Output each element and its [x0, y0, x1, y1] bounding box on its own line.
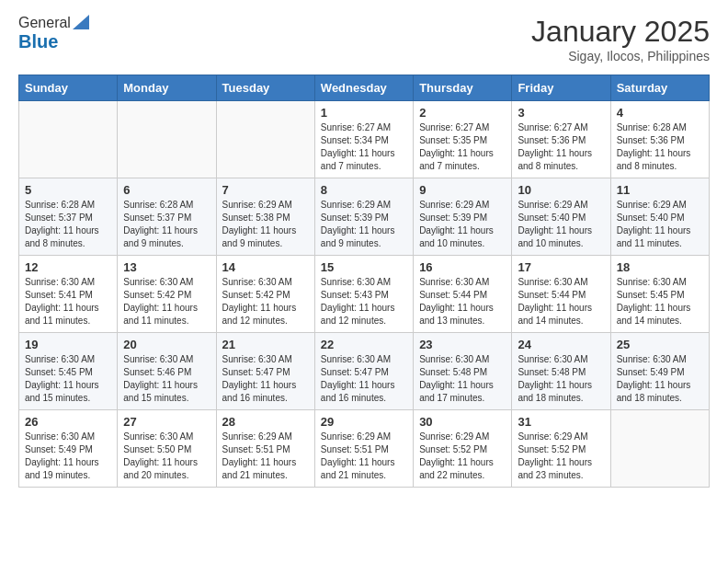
- logo-blue-text: Blue: [18, 31, 58, 52]
- calendar-header-tuesday: Tuesday: [216, 75, 314, 101]
- calendar-cell: [610, 410, 709, 488]
- calendar-header-wednesday: Wednesday: [314, 75, 413, 101]
- calendar-cell: 16Sunrise: 6:30 AMSunset: 5:44 PMDayligh…: [414, 256, 512, 333]
- day-info: Sunrise: 6:27 AMSunset: 5:36 PMDaylight:…: [518, 121, 604, 173]
- day-number: 1: [321, 106, 407, 120]
- day-number: 13: [123, 260, 210, 274]
- day-number: 31: [518, 415, 604, 429]
- calendar-cell: 29Sunrise: 6:29 AMSunset: 5:51 PMDayligh…: [314, 410, 413, 488]
- day-number: 5: [25, 183, 111, 197]
- day-info: Sunrise: 6:29 AMSunset: 5:52 PMDaylight:…: [518, 431, 604, 482]
- day-number: 2: [419, 106, 506, 120]
- day-info: Sunrise: 6:29 AMSunset: 5:40 PMDaylight:…: [617, 199, 703, 250]
- header: General Blue January 2025 Sigay, Ilocos,…: [18, 15, 710, 63]
- calendar-cell: 20Sunrise: 6:30 AMSunset: 5:46 PMDayligh…: [118, 333, 216, 410]
- day-number: 8: [321, 183, 407, 197]
- day-info: Sunrise: 6:30 AMSunset: 5:49 PMDaylight:…: [25, 431, 111, 482]
- title-block: January 2025 Sigay, Ilocos, Philippines: [531, 15, 710, 63]
- logo-triangle-icon: [73, 15, 89, 29]
- day-info: Sunrise: 6:30 AMSunset: 5:42 PMDaylight:…: [222, 276, 309, 327]
- day-info: Sunrise: 6:28 AMSunset: 5:36 PMDaylight:…: [617, 121, 703, 173]
- calendar-cell: 4Sunrise: 6:28 AMSunset: 5:36 PMDaylight…: [610, 101, 709, 178]
- calendar-cell: 3Sunrise: 6:27 AMSunset: 5:36 PMDaylight…: [512, 101, 610, 178]
- day-info: Sunrise: 6:29 AMSunset: 5:39 PMDaylight:…: [321, 199, 407, 250]
- logo-blue-label: Blue: [18, 31, 58, 52]
- day-info: Sunrise: 6:30 AMSunset: 5:47 PMDaylight:…: [321, 353, 407, 405]
- calendar-week-row: 1Sunrise: 6:27 AMSunset: 5:34 PMDaylight…: [19, 101, 710, 178]
- day-number: 24: [518, 338, 604, 351]
- calendar-cell: 30Sunrise: 6:29 AMSunset: 5:52 PMDayligh…: [414, 410, 512, 488]
- calendar-cell: 7Sunrise: 6:29 AMSunset: 5:38 PMDaylight…: [216, 178, 314, 256]
- day-number: 15: [321, 260, 407, 274]
- day-info: Sunrise: 6:30 AMSunset: 5:44 PMDaylight:…: [419, 276, 506, 327]
- day-info: Sunrise: 6:30 AMSunset: 5:47 PMDaylight:…: [222, 353, 309, 405]
- page-subtitle: Sigay, Ilocos, Philippines: [531, 49, 710, 63]
- calendar-header-friday: Friday: [512, 75, 610, 101]
- calendar-cell: 24Sunrise: 6:30 AMSunset: 5:48 PMDayligh…: [512, 333, 610, 410]
- calendar-cell: 26Sunrise: 6:30 AMSunset: 5:49 PMDayligh…: [19, 410, 118, 488]
- calendar-cell: 6Sunrise: 6:28 AMSunset: 5:37 PMDaylight…: [118, 178, 216, 256]
- day-info: Sunrise: 6:29 AMSunset: 5:51 PMDaylight:…: [321, 431, 407, 482]
- calendar-cell: 19Sunrise: 6:30 AMSunset: 5:45 PMDayligh…: [19, 333, 118, 410]
- page: General Blue January 2025 Sigay, Ilocos,…: [0, 0, 728, 563]
- day-info: Sunrise: 6:30 AMSunset: 5:46 PMDaylight:…: [123, 353, 210, 405]
- calendar-cell: 13Sunrise: 6:30 AMSunset: 5:42 PMDayligh…: [118, 256, 216, 333]
- calendar-table: SundayMondayTuesdayWednesdayThursdayFrid…: [18, 75, 710, 488]
- calendar-cell: 15Sunrise: 6:30 AMSunset: 5:43 PMDayligh…: [314, 256, 413, 333]
- day-number: 20: [123, 338, 210, 351]
- calendar-cell: 10Sunrise: 6:29 AMSunset: 5:40 PMDayligh…: [512, 178, 610, 256]
- page-title: January 2025: [531, 15, 710, 49]
- calendar-cell: 27Sunrise: 6:30 AMSunset: 5:50 PMDayligh…: [118, 410, 216, 488]
- calendar-header-row: SundayMondayTuesdayWednesdayThursdayFrid…: [19, 75, 710, 101]
- day-info: Sunrise: 6:30 AMSunset: 5:44 PMDaylight:…: [518, 276, 604, 327]
- day-info: Sunrise: 6:29 AMSunset: 5:52 PMDaylight:…: [419, 431, 506, 482]
- day-number: 11: [617, 183, 703, 197]
- day-number: 19: [25, 338, 111, 351]
- calendar-week-row: 19Sunrise: 6:30 AMSunset: 5:45 PMDayligh…: [19, 333, 710, 410]
- calendar-cell: 8Sunrise: 6:29 AMSunset: 5:39 PMDaylight…: [314, 178, 413, 256]
- day-info: Sunrise: 6:29 AMSunset: 5:40 PMDaylight:…: [518, 199, 604, 250]
- day-number: 17: [518, 260, 604, 274]
- calendar-cell: 11Sunrise: 6:29 AMSunset: 5:40 PMDayligh…: [610, 178, 709, 256]
- day-info: Sunrise: 6:29 AMSunset: 5:51 PMDaylight:…: [222, 431, 309, 482]
- day-number: 21: [222, 338, 309, 351]
- calendar-cell: [118, 101, 216, 178]
- day-number: 29: [321, 415, 407, 429]
- day-info: Sunrise: 6:29 AMSunset: 5:39 PMDaylight:…: [419, 199, 506, 250]
- day-number: 4: [617, 106, 703, 120]
- day-info: Sunrise: 6:30 AMSunset: 5:45 PMDaylight:…: [617, 276, 703, 327]
- calendar-header-monday: Monday: [118, 75, 216, 101]
- day-number: 14: [222, 260, 309, 274]
- day-number: 30: [419, 415, 506, 429]
- calendar-cell: 28Sunrise: 6:29 AMSunset: 5:51 PMDayligh…: [216, 410, 314, 488]
- calendar-cell: 18Sunrise: 6:30 AMSunset: 5:45 PMDayligh…: [610, 256, 709, 333]
- day-info: Sunrise: 6:30 AMSunset: 5:48 PMDaylight:…: [419, 353, 506, 405]
- calendar-cell: 21Sunrise: 6:30 AMSunset: 5:47 PMDayligh…: [216, 333, 314, 410]
- logo: General Blue: [18, 15, 89, 52]
- day-number: 28: [222, 415, 309, 429]
- day-number: 6: [123, 183, 210, 197]
- day-number: 10: [518, 183, 604, 197]
- day-number: 18: [617, 260, 703, 274]
- calendar-header-saturday: Saturday: [610, 75, 709, 101]
- calendar-cell: [19, 101, 118, 178]
- logo-general-text: General: [18, 15, 71, 31]
- day-info: Sunrise: 6:30 AMSunset: 5:41 PMDaylight:…: [25, 276, 111, 327]
- day-number: 12: [25, 260, 111, 274]
- svg-marker-0: [73, 15, 89, 29]
- day-info: Sunrise: 6:27 AMSunset: 5:34 PMDaylight:…: [321, 121, 407, 173]
- calendar-cell: 17Sunrise: 6:30 AMSunset: 5:44 PMDayligh…: [512, 256, 610, 333]
- day-info: Sunrise: 6:30 AMSunset: 5:50 PMDaylight:…: [123, 431, 210, 482]
- calendar-cell: 9Sunrise: 6:29 AMSunset: 5:39 PMDaylight…: [414, 178, 512, 256]
- day-info: Sunrise: 6:29 AMSunset: 5:38 PMDaylight:…: [222, 199, 309, 250]
- day-number: 16: [419, 260, 506, 274]
- calendar-cell: 25Sunrise: 6:30 AMSunset: 5:49 PMDayligh…: [610, 333, 709, 410]
- calendar-cell: 23Sunrise: 6:30 AMSunset: 5:48 PMDayligh…: [414, 333, 512, 410]
- calendar-cell: [216, 101, 314, 178]
- calendar-cell: 2Sunrise: 6:27 AMSunset: 5:35 PMDaylight…: [414, 101, 512, 178]
- calendar-header-thursday: Thursday: [414, 75, 512, 101]
- day-info: Sunrise: 6:30 AMSunset: 5:48 PMDaylight:…: [518, 353, 604, 405]
- day-info: Sunrise: 6:28 AMSunset: 5:37 PMDaylight:…: [25, 199, 111, 250]
- calendar-cell: 22Sunrise: 6:30 AMSunset: 5:47 PMDayligh…: [314, 333, 413, 410]
- day-number: 23: [419, 338, 506, 351]
